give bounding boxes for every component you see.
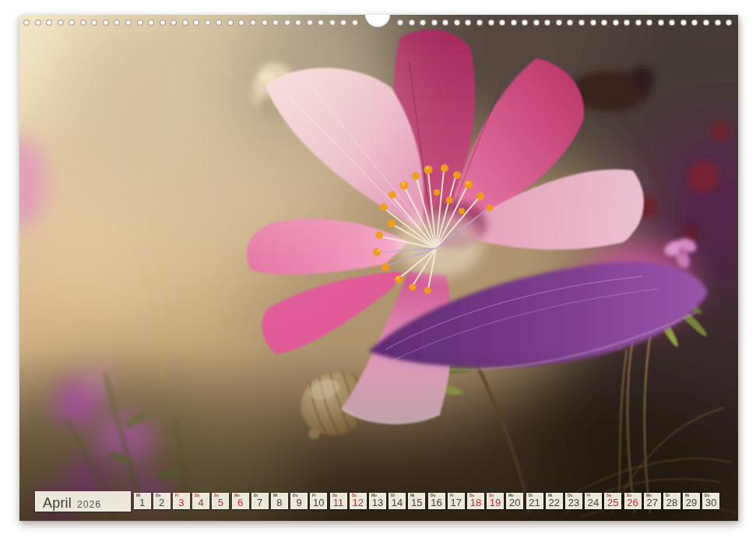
day-number: 14 (389, 497, 405, 508)
day-cell-24: Fr24 (585, 493, 602, 509)
day-cell-10: Fr10 (310, 493, 327, 509)
day-number: 8 (272, 497, 287, 508)
binding-hole (488, 19, 494, 26)
day-cell-23: Do23 (565, 493, 582, 509)
day-cell-27: Mo27 (644, 493, 661, 509)
day-number: 2 (154, 497, 170, 508)
day-number: 1 (135, 497, 150, 508)
binding-hole (680, 19, 687, 26)
binding-hole (613, 19, 619, 26)
day-number: 18 (468, 497, 483, 508)
binding-hole (329, 19, 336, 26)
day-cell-19: So19 (487, 493, 504, 509)
day-cell-25: Sa25 (604, 493, 621, 509)
day-cell-16: Do16 (428, 493, 445, 509)
day-cell-26: So26 (624, 493, 642, 509)
binding-hole (284, 19, 290, 26)
day-number: 12 (350, 497, 366, 508)
day-number: 26 (625, 497, 641, 508)
day-cell-29: Mi29 (683, 493, 700, 509)
day-cell-11: Sa11 (330, 493, 347, 509)
binding-hole (578, 19, 585, 26)
binding-hole (103, 19, 109, 26)
year-label: 2026 (77, 499, 101, 510)
calendar-page: April 2026 Mi1Do2Fr3Sa4So5Mo6Di7Mi8Do9Fr… (19, 15, 738, 521)
day-number: 11 (331, 497, 346, 508)
day-number: 21 (527, 497, 543, 508)
day-cell-9: Do9 (290, 493, 308, 509)
day-cell-13: Mo13 (369, 493, 386, 509)
binding-hole (262, 19, 268, 26)
day-cell-4: Sa4 (192, 493, 209, 509)
binding-hole (182, 19, 188, 26)
binding-hole (160, 19, 166, 26)
day-number: 24 (585, 497, 601, 508)
month-label: April (43, 495, 72, 511)
binding-hole (250, 19, 256, 26)
day-number: 17 (448, 497, 464, 508)
day-cell-22: Mi22 (546, 493, 563, 509)
binding-hole (703, 19, 709, 26)
day-number: 16 (429, 497, 445, 508)
day-number: 22 (547, 497, 562, 508)
day-cell-18: Sa18 (467, 493, 484, 509)
day-cell-28: Di28 (663, 493, 680, 509)
binding-hole (511, 19, 517, 26)
binding-hole (635, 19, 642, 26)
day-number: 3 (174, 497, 189, 508)
product-backdrop: April 2026 Mi1Do2Fr3Sa4So5Mo6Di7Mi8Do9Fr… (0, 0, 756, 545)
day-number: 23 (566, 497, 582, 508)
day-cell-14: Di14 (389, 493, 406, 509)
day-number: 15 (409, 497, 424, 508)
binding-hole (590, 19, 596, 26)
day-number: 4 (193, 497, 209, 508)
day-number: 29 (684, 497, 699, 508)
flower-photo (19, 15, 738, 521)
day-cell-2: Do2 (153, 493, 171, 509)
binding-hole (658, 19, 664, 26)
binding-hole (307, 19, 313, 26)
binding-hole (148, 19, 154, 26)
binding-hole (125, 19, 132, 26)
day-number: 9 (291, 497, 307, 508)
day-number: 10 (311, 497, 326, 508)
binding-hole (35, 19, 41, 26)
day-number: 28 (664, 497, 680, 508)
binding-hole (431, 19, 438, 26)
day-cell-17: Fr17 (448, 493, 465, 509)
binding-hole (556, 19, 562, 26)
day-number: 6 (233, 497, 248, 508)
day-cell-1: Mi1 (134, 493, 151, 509)
binding-hole (227, 19, 234, 26)
day-number: 7 (252, 497, 268, 508)
binding-hole (80, 19, 86, 26)
day-number: 19 (487, 497, 503, 508)
binding-hole (715, 19, 721, 26)
day-number: 25 (605, 497, 621, 508)
binding-hole (58, 19, 64, 26)
day-number: 13 (370, 497, 385, 508)
month-box: April 2026 (35, 491, 131, 512)
binding-hole (533, 19, 540, 26)
binding-hole (352, 19, 358, 26)
binding-hole (476, 19, 483, 26)
binding-hole (23, 19, 30, 26)
day-number: 5 (213, 497, 228, 508)
day-cell-5: So5 (212, 493, 229, 509)
day-cell-20: Mo20 (506, 493, 523, 509)
day-cell-30: Do30 (702, 493, 719, 509)
day-cell-8: Mi8 (271, 493, 288, 509)
day-number: 27 (645, 497, 660, 508)
binding-hole (137, 19, 143, 26)
day-cell-6: Mo6 (232, 493, 249, 509)
day-cell-21: Di21 (526, 493, 543, 509)
binding-hole (601, 19, 607, 26)
day-cell-7: Di7 (251, 493, 269, 509)
binding-hole (409, 19, 415, 26)
binding-hole (454, 19, 460, 26)
binding-hole (205, 19, 211, 26)
day-cell-3: Fr3 (173, 493, 190, 509)
day-number: 20 (507, 497, 522, 508)
day-cell-15: Mi15 (408, 493, 425, 509)
day-number: 30 (703, 497, 719, 508)
